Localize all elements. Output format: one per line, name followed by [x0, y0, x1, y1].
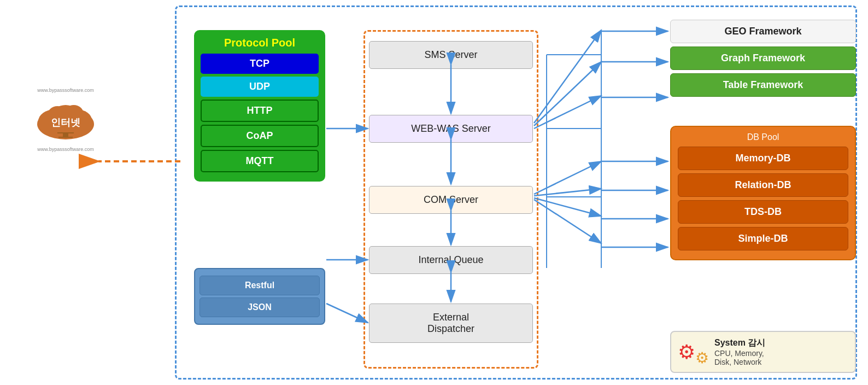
- queue-server-container: Internal Queue: [369, 246, 533, 274]
- webwas-server: WEB-WAS Server: [369, 115, 533, 143]
- table-framework: Table Framework: [670, 73, 856, 97]
- sms-server-container: SMS Server: [369, 41, 533, 69]
- restful-item: Restful: [200, 276, 320, 295]
- relation-db: Relation-DB: [678, 173, 848, 197]
- system-monitor-section: ⚙⚙ System 감시 CPU, Memory, Disk, Network: [670, 331, 856, 373]
- system-monitor-subtitle: CPU, Memory, Disk, Network: [714, 349, 765, 366]
- svg-text:인터넷: 인터넷: [51, 117, 80, 128]
- com-server: COM Server: [369, 186, 533, 214]
- geo-framework: GEO Framework: [670, 20, 856, 43]
- db-pool-box: DB Pool Memory-DB Relation-DB TDS-DB Sim…: [670, 126, 856, 260]
- restful-section: Restful JSON: [194, 268, 325, 325]
- gear-icons: ⚙⚙: [678, 342, 709, 362]
- protocol-udp: UDP: [201, 77, 319, 97]
- json-item: JSON: [200, 298, 320, 317]
- www-text-top: www.bypasssoftware.com: [11, 88, 120, 93]
- dispatcher-container: External Dispatcher: [369, 304, 533, 343]
- internet-section: www.bypasssoftware.com 인터넷 www.bypasssof…: [11, 88, 120, 152]
- simple-db: Simple-DB: [678, 227, 848, 250]
- svg-rect-8: [58, 137, 73, 138]
- protocol-pool-box: Protocol Pool TCP UDP HTTP CoAP MQTT: [194, 30, 325, 182]
- system-monitor-title: System 감시: [714, 337, 765, 349]
- restful-box: Restful JSON: [194, 268, 325, 325]
- tds-db: TDS-DB: [678, 200, 848, 224]
- db-pool-section: DB Pool Memory-DB Relation-DB TDS-DB Sim…: [670, 126, 856, 260]
- sms-server: SMS Server: [369, 41, 533, 69]
- diagram-container: www.bypasssoftware.com 인터넷 www.bypasssof…: [0, 0, 868, 385]
- protocol-mqtt: MQTT: [201, 150, 319, 172]
- internal-queue: Internal Queue: [369, 246, 533, 274]
- cloud-icon: 인터넷: [30, 94, 101, 145]
- www-text-bottom: www.bypasssoftware.com: [11, 147, 120, 152]
- db-pool-title: DB Pool: [678, 132, 848, 142]
- protocol-coap: CoAP: [201, 125, 319, 147]
- system-monitor-box: ⚙⚙ System 감시 CPU, Memory, Disk, Network: [670, 331, 856, 373]
- graph-framework: Graph Framework: [670, 46, 856, 70]
- protocol-pool-section: Protocol Pool TCP UDP HTTP CoAP MQTT: [194, 30, 325, 182]
- svg-rect-7: [63, 133, 68, 137]
- protocol-pool-title: Protocol Pool: [201, 37, 319, 49]
- frameworks-section: GEO Framework Graph Framework Table Fram…: [670, 16, 856, 100]
- svg-rect-6: [57, 132, 74, 133]
- com-server-container: COM Server: [369, 186, 533, 214]
- memory-db: Memory-DB: [678, 147, 848, 170]
- protocol-tcp: TCP: [201, 54, 319, 74]
- protocol-http: HTTP: [201, 100, 319, 122]
- webwas-server-container: WEB-WAS Server: [369, 115, 533, 143]
- external-dispatcher: External Dispatcher: [369, 304, 533, 343]
